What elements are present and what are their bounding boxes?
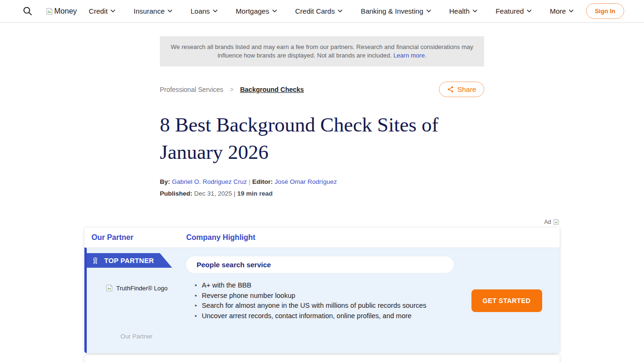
nav-label: Credit Cards (295, 7, 335, 15)
published-date: Dec 31, 2025 (194, 190, 232, 197)
logo-alt-text: TruthFinder® Logo (116, 285, 168, 292)
chevron-down-icon (167, 9, 173, 13)
main-menu: Credit Insurance Loans Mortgages Credit … (77, 7, 586, 15)
feature-bullet-list: A+ with the BBB Reverse phone number loo… (195, 280, 454, 321)
publine-pipe: | (234, 190, 236, 197)
nav-label: Health (449, 7, 470, 15)
nav-label: Mortgages (236, 7, 269, 15)
feature-bullet: A+ with the BBB (195, 280, 454, 291)
top-partner-label: TOP PARTNER (104, 257, 154, 264)
our-partner-caption: Our Partner (87, 333, 186, 340)
chevron-down-icon (213, 9, 218, 13)
by-label: By: (160, 178, 170, 185)
highlight-cell: People search service A+ with the BBB Re… (186, 248, 454, 353)
ribbon-award-icon (91, 257, 99, 264)
disclosure-period: . (425, 52, 427, 59)
advertiser-disclosure: We research all brands listed and may ea… (160, 36, 484, 66)
feature-bullet: Search for almost anyone in the US with … (195, 301, 454, 311)
service-category-pill: People search service (186, 256, 454, 273)
broken-image-icon (553, 219, 560, 225)
editor-link[interactable]: José Omar Rodríguez (274, 178, 337, 185)
breadcrumb-background-checks[interactable]: Background Checks (240, 86, 304, 93)
nav-item-insurance[interactable]: Insurance (133, 7, 173, 15)
chevron-down-icon (472, 9, 478, 13)
chevron-down-icon (110, 9, 116, 13)
partner-table-card: Our Partner Company Highlight TOP PARTNE… (84, 228, 560, 353)
breadcrumb-professional-services[interactable]: Professional Services (160, 86, 223, 93)
feature-bullet: Uncover arrest records, contact informat… (195, 311, 454, 321)
breadcrumb-row: Professional Services > Background Check… (160, 82, 484, 97)
breadcrumb: Professional Services > Background Check… (160, 86, 304, 93)
top-navigation: Money Credit Insurance Loans Mortgages C… (0, 0, 644, 23)
nav-item-featured[interactable]: Featured (495, 7, 532, 15)
breadcrumb-separator-icon: > (230, 86, 234, 93)
chevron-down-icon (569, 9, 574, 13)
get-started-button[interactable]: GET STARTED (471, 289, 542, 312)
truthfinder-logo[interactable]: TruthFinder® Logo (87, 284, 186, 292)
byline-pipe: | (247, 178, 253, 185)
logo-alt-text: Money (54, 7, 77, 16)
top-partner-badge: TOP PARTNER (87, 253, 172, 268)
chevron-down-icon (338, 9, 343, 13)
cta-cell: GET STARTED (454, 248, 560, 353)
next-partner-row-partial (84, 355, 560, 362)
share-button[interactable]: Share (439, 82, 484, 97)
chevron-down-icon (272, 9, 277, 13)
broken-image-icon (46, 8, 53, 15)
ad-label: Ad (544, 219, 551, 225)
nav-label: Insurance (133, 7, 165, 15)
page-title: 8 Best Background Check Sites of January… (160, 111, 484, 166)
nav-label: More (550, 7, 566, 15)
search-icon (23, 6, 33, 16)
author-link[interactable]: Gabriel O. Rodriguez Cruz (172, 178, 247, 185)
sign-in-button[interactable]: Sign In (586, 3, 624, 19)
broken-image-icon (106, 284, 113, 292)
nav-item-banking-investing[interactable]: Banking & Investing (361, 7, 431, 15)
partner-cell: TOP PARTNER TruthFinder® Logo Our Partne… (87, 248, 186, 353)
published-line: Published: Dec 31, 2025 | 19 min read (160, 190, 484, 197)
top-partner-row: TOP PARTNER TruthFinder® Logo Our Partne… (84, 247, 560, 353)
partner-table-header: Our Partner Company Highlight (84, 228, 560, 247)
share-label: Share (457, 85, 476, 93)
nav-label: Credit (89, 7, 107, 15)
article-column: We research all brands listed and may ea… (160, 36, 484, 197)
nav-label: Featured (495, 7, 524, 15)
share-icon (447, 86, 454, 93)
feature-bullet: Reverse phone number lookup (195, 291, 454, 301)
search-button[interactable] (23, 6, 33, 16)
editor-label: Editor: (252, 178, 273, 185)
chevron-down-icon (527, 9, 532, 13)
nav-item-loans[interactable]: Loans (190, 7, 218, 15)
ad-module: Ad Our Partner Company Highlight TOP PAR… (84, 219, 560, 362)
nav-item-credit-cards[interactable]: Credit Cards (295, 7, 343, 15)
read-time: 19 min read (237, 190, 272, 197)
ad-label-row: Ad (84, 219, 560, 225)
nav-label: Banking & Investing (361, 7, 423, 15)
learn-more-link[interactable]: Learn more (393, 52, 424, 59)
nav-item-mortgages[interactable]: Mortgages (236, 7, 277, 15)
company-highlight-header: Company Highlight (186, 233, 256, 241)
nav-item-credit[interactable]: Credit (89, 7, 116, 15)
published-label: Published: (160, 190, 192, 197)
our-partner-header: Our Partner (91, 233, 133, 241)
nav-label: Loans (190, 7, 210, 15)
money-logo[interactable]: Money (46, 7, 77, 16)
byline: By: Gabriel O. Rodriguez Cruz|Editor: Jo… (160, 178, 484, 186)
chevron-down-icon (426, 9, 431, 13)
nav-item-more[interactable]: More (550, 7, 574, 15)
disclosure-text: We research all brands listed and may ea… (171, 43, 473, 59)
nav-item-health[interactable]: Health (449, 7, 478, 15)
